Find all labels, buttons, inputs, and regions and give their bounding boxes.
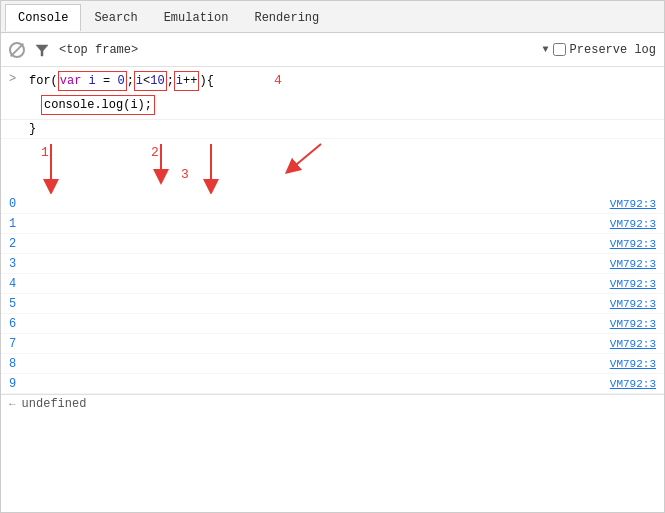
output-line-4: 4 VM792:3 bbox=[1, 274, 664, 294]
frame-label: <top frame> bbox=[59, 43, 138, 57]
output-link-1[interactable]: VM792:3 bbox=[610, 218, 656, 230]
arrows-svg bbox=[1, 139, 421, 194]
undefined-line: ← undefined bbox=[1, 394, 664, 413]
code-block: for(var i = 0;i<10;i++){ 4 console.log(i… bbox=[29, 71, 656, 115]
code-line1: for(var i = 0;i<10;i++){ 4 bbox=[29, 71, 656, 91]
code-semi1: ; bbox=[127, 72, 134, 90]
output-line-8: 8 VM792:3 bbox=[1, 354, 664, 374]
code-ten: 10 bbox=[150, 74, 164, 88]
output-line-5: 5 VM792:3 bbox=[1, 294, 664, 314]
svg-marker-0 bbox=[36, 45, 48, 56]
closing-brace: } bbox=[1, 120, 664, 139]
code-input-line: > for(var i = 0;i<10;i++){ 4 console.log… bbox=[1, 67, 664, 120]
output-line-6: 6 VM792:3 bbox=[1, 314, 664, 334]
output-num-0: 0 bbox=[9, 197, 39, 211]
output-line-7: 7 VM792:3 bbox=[1, 334, 664, 354]
preserve-log-section: ▼ Preserve log bbox=[543, 43, 656, 57]
output-num-9: 9 bbox=[9, 377, 39, 391]
code-i: i bbox=[81, 74, 103, 88]
output-link-9[interactable]: VM792:3 bbox=[610, 378, 656, 390]
code-for: for( bbox=[29, 72, 58, 90]
tab-emulation[interactable]: Emulation bbox=[151, 4, 242, 31]
clear-console-icon[interactable] bbox=[9, 42, 25, 58]
code-eq: = bbox=[103, 74, 117, 88]
code-i2: i bbox=[136, 74, 143, 88]
increment-box: i++ bbox=[174, 71, 200, 91]
output-num-6: 6 bbox=[9, 317, 39, 331]
code-line2-wrap: console.log(i); bbox=[41, 93, 656, 115]
output-link-8[interactable]: VM792:3 bbox=[610, 358, 656, 370]
output-link-0[interactable]: VM792:3 bbox=[610, 198, 656, 210]
condition-box: i<10 bbox=[134, 71, 167, 91]
output-line-2: 2 VM792:3 bbox=[1, 234, 664, 254]
frame-selector[interactable]: <top frame> bbox=[59, 43, 138, 57]
code-semi2: ; bbox=[167, 72, 174, 90]
output-line-1: 1 VM792:3 bbox=[1, 214, 664, 234]
output-line-0: 0 VM792:3 bbox=[1, 194, 664, 214]
undefined-prompt: ← bbox=[9, 398, 16, 410]
dropdown-arrow: ▼ bbox=[543, 44, 549, 55]
output-line-9: 9 VM792:3 bbox=[1, 374, 664, 394]
output-num-7: 7 bbox=[9, 337, 39, 351]
output-link-5[interactable]: VM792:3 bbox=[610, 298, 656, 310]
output-link-3[interactable]: VM792:3 bbox=[610, 258, 656, 270]
tab-console[interactable]: Console bbox=[5, 4, 81, 31]
preserve-log-checkbox[interactable] bbox=[553, 43, 566, 56]
output-link-4[interactable]: VM792:3 bbox=[610, 278, 656, 290]
annotation-row: 1 2 3 bbox=[1, 139, 664, 194]
prompt-symbol: > bbox=[9, 71, 23, 86]
output-num-3: 3 bbox=[9, 257, 39, 271]
output-link-2[interactable]: VM792:3 bbox=[610, 238, 656, 250]
output-link-6[interactable]: VM792:3 bbox=[610, 318, 656, 330]
code-i3: i bbox=[176, 74, 183, 88]
output-num-8: 8 bbox=[9, 357, 39, 371]
code-zero: 0 bbox=[117, 74, 124, 88]
preserve-log-label: Preserve log bbox=[570, 43, 656, 57]
output-num-1: 1 bbox=[9, 217, 39, 231]
code-brace: ){ bbox=[199, 72, 213, 90]
code-pp: ++ bbox=[183, 74, 197, 88]
svg-line-4 bbox=[291, 144, 321, 169]
undefined-label: undefined bbox=[22, 397, 87, 411]
var-box: var i = 0 bbox=[58, 71, 127, 91]
annot2-label: 2 bbox=[151, 145, 159, 160]
tab-search[interactable]: Search bbox=[81, 4, 150, 31]
console-content: > for(var i = 0;i<10;i++){ 4 console.log… bbox=[1, 67, 664, 513]
output-num-2: 2 bbox=[9, 237, 39, 251]
toolbar: <top frame> ▼ Preserve log bbox=[1, 33, 664, 67]
output-link-7[interactable]: VM792:3 bbox=[610, 338, 656, 350]
annot3-label: 3 bbox=[181, 167, 189, 182]
annot1-label: 1 bbox=[41, 145, 49, 160]
tab-bar: Console Search Emulation Rendering bbox=[1, 1, 664, 33]
output-num-5: 5 bbox=[9, 297, 39, 311]
code-var: var bbox=[60, 74, 82, 88]
annot4-label: 4 bbox=[274, 71, 282, 91]
console-wrapper: > for(var i = 0;i<10;i++){ 4 console.log… bbox=[1, 67, 664, 513]
filter-icon[interactable] bbox=[33, 41, 51, 59]
output-num-4: 4 bbox=[9, 277, 39, 291]
tab-rendering[interactable]: Rendering bbox=[241, 4, 332, 31]
output-line-3: 3 VM792:3 bbox=[1, 254, 664, 274]
log-box: console.log(i); bbox=[41, 95, 155, 115]
